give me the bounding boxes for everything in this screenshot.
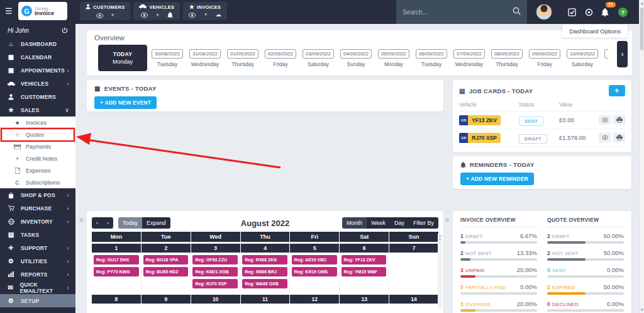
day-cell[interactable]: Reg: RX66 ZKKReg: SN66 BRJReg: WA69 OXB — [240, 253, 290, 293]
plus-icon[interactable]: + — [111, 13, 114, 18]
date-button[interactable]: 09/09/2022 Friday — [526, 49, 564, 67]
check-square-icon[interactable] — [568, 8, 576, 19]
scroll-up-icon[interactable]: ▲ — [640, 1, 644, 5]
settings-icon[interactable] — [585, 8, 593, 19]
calendar-event[interactable]: Reg: RX66 ZKK — [242, 255, 287, 265]
calendar-prev-button[interactable]: ‹ — [92, 217, 103, 229]
day-cell[interactable]: Reg: BG18 VPAReg: BU65 HDZ — [142, 253, 191, 293]
scroll-down-icon[interactable]: ▼ — [640, 308, 644, 312]
day-number[interactable]: 9 — [142, 295, 191, 304]
day-cell[interactable] — [389, 253, 438, 293]
print-button[interactable] — [613, 115, 625, 125]
calendar-scrollbar[interactable]: ▲▼ — [438, 234, 442, 309]
view-button[interactable] — [599, 115, 611, 125]
sidebar-item[interactable]: ▦ CALENDAR — [0, 50, 75, 64]
calendar-filter-by[interactable]: Filter By — [409, 217, 438, 229]
date-button[interactable]: 10/09/2022 Saturday — [564, 49, 601, 67]
sidebar-item[interactable]: INVENTORY ‹ — [0, 215, 75, 228]
scrollbar-thumb[interactable] — [640, 8, 643, 50]
dashboard-options-button[interactable]: Dashboard Options — [562, 25, 628, 38]
search-input[interactable] — [402, 9, 513, 16]
date-button[interactable]: 08/09/2022 Thursday — [488, 49, 526, 67]
day-cell[interactable]: Reg: YF13 ZKVReg: YM15 WBF — [340, 253, 389, 293]
search-icon[interactable] — [513, 6, 521, 18]
date-button[interactable]: 01/09/2022 Thursday — [224, 49, 262, 67]
date-button[interactable]: 11/09/2022 Sunday — [601, 49, 608, 67]
nav-invoices[interactable]: ★ INVOICES + ☁ — [183, 2, 226, 20]
view-button[interactable] — [599, 133, 611, 142]
app-logo[interactable]: G Garage Invoice — [18, 2, 67, 20]
day-number[interactable]: 13 — [340, 295, 389, 304]
calendar-event[interactable]: Reg: GU17 DHX — [94, 255, 139, 265]
day-number[interactable]: 10 — [191, 295, 240, 304]
day-number[interactable]: 8 — [92, 295, 141, 304]
today-date-button[interactable]: TODAY Monday — [98, 45, 147, 71]
notification-badge[interactable]: 77 — [606, 2, 616, 8]
sidebar-item[interactable]: ✈ SUPPORT ‹ — [0, 241, 75, 254]
eye-icon[interactable] — [96, 13, 103, 18]
power-icon[interactable] — [62, 27, 68, 35]
date-strip-next-button[interactable]: › — [617, 41, 628, 67]
page-scrollbar[interactable]: ▲ ▼ — [639, 0, 644, 313]
vehicle-plate[interactable]: GB RJ70 XSP — [459, 133, 501, 143]
date-button[interactable]: 07/09/2022 Wednesday — [450, 49, 488, 67]
calendar-next-button[interactable]: › — [103, 217, 113, 229]
bell-icon[interactable] — [167, 12, 173, 18]
day-cell[interactable]: Reg: GF63 ZZUReg: KM21 XGBReg: RJ70 XSP — [191, 253, 240, 293]
nav-customers[interactable]: CUSTOMERS + — [80, 2, 130, 20]
calendar-event[interactable]: Reg: BG18 VPA — [143, 255, 189, 265]
day-number[interactable]: 1 — [92, 244, 141, 253]
calendar-expand-button[interactable]: Expand — [142, 217, 170, 229]
date-button[interactable]: 04/09/2022 Sunday — [337, 49, 375, 67]
day-number[interactable]: 11 — [241, 295, 290, 304]
sidebar-item[interactable]: ⚙ UTILITIES ‹ — [0, 254, 75, 268]
help-icon[interactable]: ? — [618, 8, 628, 17]
calendar-today-button[interactable]: Today — [118, 217, 142, 229]
sidebar-item[interactable]: ✉ QUICK EMAIL/TEXT ‹ — [0, 281, 75, 294]
day-number[interactable]: 4 — [241, 244, 290, 253]
date-button[interactable]: 05/09/2022 Monday — [375, 49, 413, 67]
calendar-event[interactable]: Reg: KR19 OMS — [292, 267, 337, 276]
day-number[interactable]: 6 — [340, 244, 389, 253]
calendar-event[interactable]: Reg: YF13 ZKV — [341, 255, 387, 265]
user-avatar[interactable] — [536, 4, 552, 20]
sidebar-item[interactable]: ▤ TASKS — [0, 228, 75, 241]
calendar-view-week[interactable]: Week — [367, 217, 390, 229]
calendar-event[interactable]: Reg: GF63 ZZU — [192, 255, 238, 265]
date-button[interactable]: 03/09/2022 Saturday — [299, 49, 337, 67]
day-number[interactable]: 7 — [389, 244, 438, 253]
submenu-item[interactable]: ☆ Quotes — [0, 128, 75, 140]
eye-icon[interactable] — [141, 13, 148, 18]
print-button[interactable] — [613, 133, 625, 142]
submenu-item[interactable]: + Credit Notes — [0, 152, 75, 164]
date-button[interactable]: 30/08/2022 Tuesday — [148, 49, 186, 67]
calendar-event[interactable]: Reg: RJ70 XSP — [192, 279, 238, 288]
day-number[interactable]: 14 — [389, 295, 438, 304]
sidebar-item[interactable]: VEHICLES ‹ — [0, 77, 75, 90]
submenu-item[interactable]: Expenses — [0, 164, 75, 176]
drag-handle-icon[interactable]: ≡ — [445, 216, 449, 224]
add-new-event-button[interactable]: + ADD NEW EVENT — [94, 96, 157, 109]
sidebar-item[interactable]: REPORTS ‹ — [0, 268, 75, 281]
calendar-event[interactable]: Reg: AE19 VBC — [292, 255, 337, 265]
calendar-event[interactable]: Reg: SN66 BRJ — [242, 267, 287, 276]
nav-vehicles[interactable]: VEHICLES + — [133, 2, 180, 20]
day-cell[interactable]: Reg: AE19 VBCReg: KR19 OMS — [290, 253, 340, 293]
submenu-item[interactable]: C Subscriptions — [0, 176, 75, 188]
calendar-view-month[interactable]: Month — [342, 217, 367, 229]
day-number[interactable]: 5 — [290, 244, 339, 253]
sidebar-item[interactable]: ⌂ DASHBOARD — [0, 37, 75, 50]
eye-icon[interactable] — [189, 13, 196, 18]
hamburger-menu-icon[interactable]: ☰ — [5, 6, 13, 16]
submenu-item[interactable]: Payments — [0, 140, 75, 152]
sidebar-item[interactable]: SHOP & POS ‹ — [0, 188, 75, 202]
calendar-view-day[interactable]: Day — [390, 217, 409, 229]
date-button[interactable]: 31/08/2022 Wednesday — [186, 49, 224, 67]
bell-icon[interactable] — [601, 8, 609, 19]
drag-handle-icon[interactable]: ≡ — [79, 216, 83, 224]
sidebar-item[interactable]: PURCHASE ‹ — [0, 202, 75, 215]
sidebar-item[interactable]: ▣ APPOINTMENTS ‹ — [0, 64, 75, 77]
day-number[interactable]: 12 — [290, 295, 339, 304]
calendar-event[interactable]: Reg: BU65 HDZ — [143, 267, 189, 276]
plus-icon[interactable]: + — [156, 13, 159, 18]
